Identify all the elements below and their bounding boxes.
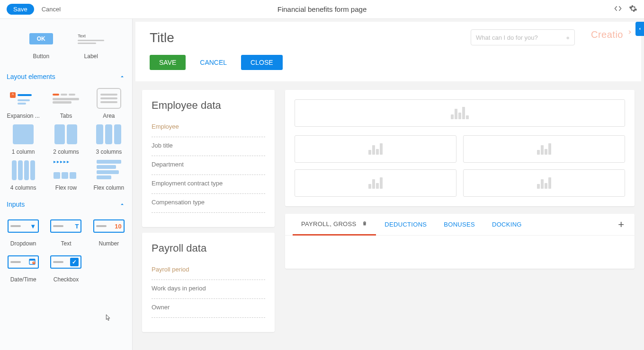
cancel-button[interactable]: Cancel: [42, 6, 61, 13]
palette-button[interactable]: OK Button: [19, 27, 63, 60]
palette-flexrow[interactable]: ▸▸▸▸▸ Flex row: [47, 159, 84, 191]
tab-docking[interactable]: DOCKING: [483, 214, 530, 235]
palette-checkbox[interactable]: ✓ Checkbox: [47, 251, 84, 283]
field-payroll-period[interactable]: Payroll period: [152, 261, 265, 280]
save-button[interactable]: Save: [7, 4, 34, 15]
code-icon[interactable]: [614, 4, 622, 14]
design-canvas: Title SAVE CANCEL CLOSE What can I do fo…: [133, 19, 644, 350]
tab-payroll-gross[interactable]: PAYROLL, GROSS: [293, 214, 376, 236]
palette-3columns[interactable]: 3 columns: [90, 123, 127, 155]
palette-number[interactable]: 10 Number: [90, 215, 127, 247]
microphone-icon: ●: [566, 34, 570, 41]
chevron-up-icon: [119, 201, 125, 208]
chart-placeholder[interactable]: [295, 135, 456, 163]
field-department[interactable]: Department: [152, 156, 265, 175]
page-header-area[interactable]: Title SAVE CANCEL CLOSE What can I do fo…: [135, 22, 641, 81]
page-title: Financial benefits form page: [277, 5, 367, 13]
component-palette: OK Button Text Label Layout elements ^ E…: [0, 19, 133, 350]
inputs-section-toggle[interactable]: Inputs: [5, 197, 127, 212]
field-owner[interactable]: Owner: [152, 299, 265, 318]
chart-placeholder[interactable]: [463, 169, 625, 197]
card-heading: Employee data: [152, 99, 265, 112]
app-topbar: Save Cancel Financial benefits form page: [0, 0, 644, 19]
field-employment-contract-type[interactable]: Employment contract type: [152, 175, 265, 194]
charts-area[interactable]: [285, 90, 635, 206]
form-cancel-button[interactable]: CANCEL: [190, 55, 236, 70]
chart-placeholder[interactable]: [295, 169, 456, 197]
chevron-up-icon: [119, 73, 125, 80]
brand-logo: Creatio: [591, 29, 633, 40]
collapse-panel-button[interactable]: [635, 22, 644, 36]
assistant-search-input[interactable]: What can I do for you? ●: [471, 29, 575, 45]
card-heading: Payroll data: [152, 242, 265, 254]
form-close-button[interactable]: CLOSE: [241, 55, 282, 70]
payroll-data-card[interactable]: Payroll data Payroll period Work days in…: [142, 233, 275, 332]
palette-text[interactable]: T Text: [47, 215, 84, 247]
tab-bonuses[interactable]: BONUSES: [435, 214, 483, 235]
palette-dropdown[interactable]: ▼ Dropdown: [5, 215, 42, 247]
add-tab-button[interactable]: +: [615, 219, 627, 231]
calendar-icon: [28, 258, 36, 267]
palette-tabs[interactable]: Tabs: [47, 87, 84, 119]
field-employee[interactable]: Employee: [152, 118, 265, 137]
employee-data-card[interactable]: Employee data Employee Job title Departm…: [142, 90, 275, 227]
gear-icon[interactable]: [629, 4, 637, 14]
delete-tab-icon[interactable]: [362, 220, 367, 228]
palette-1column[interactable]: 1 column: [5, 123, 42, 155]
form-save-button[interactable]: SAVE: [150, 55, 186, 70]
palette-label[interactable]: Text Label: [69, 27, 114, 60]
palette-4columns[interactable]: 4 columns: [5, 159, 42, 191]
field-compensation-type[interactable]: Compensation type: [152, 194, 265, 213]
palette-flexcol[interactable]: Flex column: [90, 159, 127, 191]
chart-placeholder[interactable]: [463, 135, 625, 163]
svg-rect-1: [29, 259, 35, 260]
palette-area[interactable]: Area: [90, 87, 127, 119]
tab-content-drop-area[interactable]: [285, 236, 635, 269]
tabs-container[interactable]: PAYROLL, GROSS DEDUCTIONS BONUSES DOCKIN…: [285, 214, 635, 269]
palette-datetime[interactable]: Date/Time: [5, 251, 42, 283]
chart-placeholder[interactable]: [295, 99, 625, 127]
field-job-title[interactable]: Job title: [152, 137, 265, 156]
field-work-days[interactable]: Work days in period: [152, 280, 265, 299]
tab-deductions[interactable]: DEDUCTIONS: [376, 214, 435, 235]
palette-2columns[interactable]: 2 columns: [47, 123, 84, 155]
palette-expansion[interactable]: ^ Expansion ...: [5, 87, 42, 119]
layout-section-toggle[interactable]: Layout elements: [5, 69, 127, 84]
